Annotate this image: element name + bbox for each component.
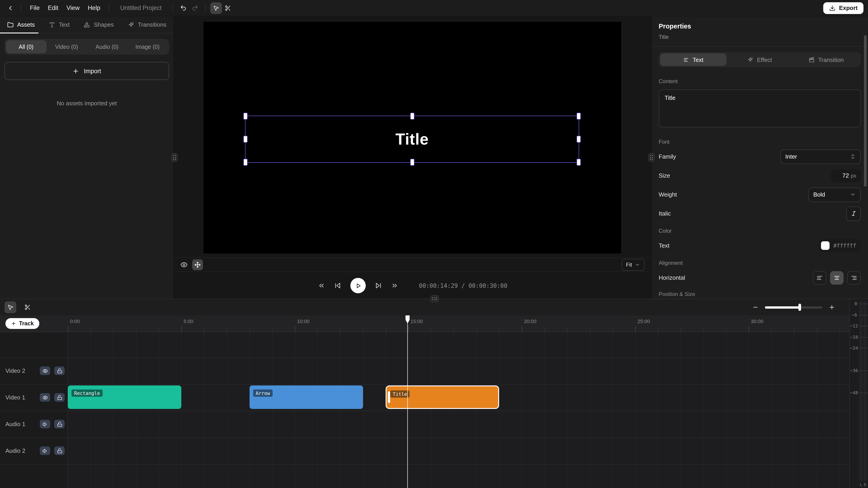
track-mute-button[interactable] [40,420,50,428]
track-lock-button[interactable] [54,393,65,402]
import-button[interactable]: Import [4,62,169,80]
selected-element-name: Title [659,34,861,40]
track-name-audio-1: Audio 1 [5,411,25,437]
track-lock-button[interactable] [54,447,65,455]
selection-handle[interactable] [243,113,248,120]
grid-line [159,332,159,488]
font-size-input[interactable]: 72 px [831,169,861,182]
color-hex-value: #ffffff [833,242,856,249]
panel-tab-shapes[interactable]: Shapes [84,16,114,33]
chevrons-left-icon [318,282,325,289]
grid-line [839,332,840,488]
rewind-button[interactable] [318,282,325,289]
cut-tool-button[interactable] [222,2,234,14]
playhead-line[interactable] [407,315,408,488]
font-weight-select[interactable]: Bold [808,187,861,202]
properties-header: Properties Title [651,16,868,46]
timeline-ruler[interactable]: 0:005:0010:0015:0020:0025:0030:00 Track [0,315,849,332]
filter-audio-0[interactable]: Audio (0) [87,40,127,53]
fast-forward-button[interactable] [391,282,398,289]
video-canvas[interactable]: Title [204,22,621,254]
clip-label: Title [390,390,410,398]
selection-handle[interactable] [410,159,414,166]
panel-tab-transitions[interactable]: Transitions [128,16,166,33]
timeline-clip-title[interactable]: Title [385,385,499,409]
sparkles-icon [747,57,753,63]
track-mute-button[interactable] [40,447,50,455]
align-center-button[interactable] [830,271,844,285]
visibility-button[interactable] [180,261,188,268]
selection-handle[interactable] [577,159,581,166]
panel-tab-assets[interactable]: Assets [7,16,35,33]
scrollbar-thumb[interactable] [864,35,867,187]
panel-tab-text[interactable]: Text [49,16,70,33]
clip-trim-handle[interactable] [388,391,390,403]
track-lock-button[interactable] [54,366,65,375]
undo-button[interactable] [178,2,189,14]
menu-help[interactable]: Help [84,3,104,13]
skip-start-button[interactable] [334,282,341,289]
ruler-tick [385,328,386,332]
content-textarea[interactable]: Title [659,90,861,127]
right-panel-resize-handle[interactable] [648,153,655,162]
selection-handle[interactable] [577,136,581,142]
move-tool-button[interactable] [192,259,203,270]
select-tool-button[interactable] [211,2,222,14]
selection-box[interactable]: Title [245,116,579,163]
timeline-select-tool[interactable] [4,301,16,313]
grid-line [90,332,91,488]
filter-all-0[interactable]: All (0) [6,40,46,53]
selection-handle[interactable] [577,113,581,120]
skip-end-button[interactable] [375,282,382,289]
properties-tabs: TextEffectTransition [659,52,861,67]
grid-line [385,332,386,488]
align-right-button[interactable] [847,271,861,285]
timeline-clip-rectangle[interactable]: Rectangle [68,385,181,409]
menu-view[interactable]: View [62,3,84,13]
grid-line [499,332,500,488]
align-left-button[interactable] [813,271,827,285]
play-icon [355,282,362,289]
export-button[interactable]: Export [823,2,864,14]
selection-handle[interactable] [243,159,248,166]
grid-line [476,332,477,488]
timeline-cut-tool[interactable] [22,301,33,313]
ruler-time-label: 25:00 [638,319,650,324]
selection-handle[interactable] [243,136,248,142]
play-button[interactable] [350,278,366,293]
lock-open-icon [57,421,62,427]
menu-edit[interactable]: Edit [44,3,63,13]
text-color-input[interactable]: #ffffff [819,239,861,252]
track-visibility-button[interactable] [40,393,50,402]
fit-dropdown[interactable]: Fit [621,259,645,271]
properties-tab-transition[interactable]: Transition [793,53,860,66]
track-lock-button[interactable] [54,420,65,428]
zoom-slider[interactable] [765,304,822,311]
color-swatch[interactable] [821,241,830,250]
font-family-select[interactable]: Inter [780,149,861,164]
align-center-icon [834,274,840,281]
slider-thumb[interactable] [799,304,801,311]
selection-handle[interactable] [410,113,414,120]
text-color-label: Text [659,242,670,249]
canvas-title-text[interactable]: Title [246,116,579,162]
left-panel-resize-handle[interactable] [171,153,178,162]
back-button[interactable] [4,2,16,14]
add-track-button[interactable]: Track [5,318,39,329]
zoom-in-button[interactable] [829,304,835,311]
zoom-out-button[interactable] [752,304,758,311]
ruler-tick [522,326,522,332]
italic-toggle[interactable] [846,206,861,221]
filter-image-0[interactable]: Image (0) [127,40,168,53]
timeline-clip-arrow[interactable]: Arrow [249,385,363,409]
timeline-resize-handle[interactable] [430,295,439,302]
timeline-body[interactable]: 0:005:0010:0015:0020:0025:0030:00 TrackV… [0,315,849,488]
track-visibility-button[interactable] [40,366,50,375]
properties-tab-text[interactable]: Text [660,53,726,66]
filter-video-0[interactable]: Video (0) [46,40,87,53]
redo-button[interactable] [189,2,201,14]
skip-forward-icon [375,282,382,289]
project-name[interactable]: Untitled Project [120,4,162,11]
menu-file[interactable]: File [26,3,44,13]
properties-tab-effect[interactable]: Effect [726,53,793,66]
